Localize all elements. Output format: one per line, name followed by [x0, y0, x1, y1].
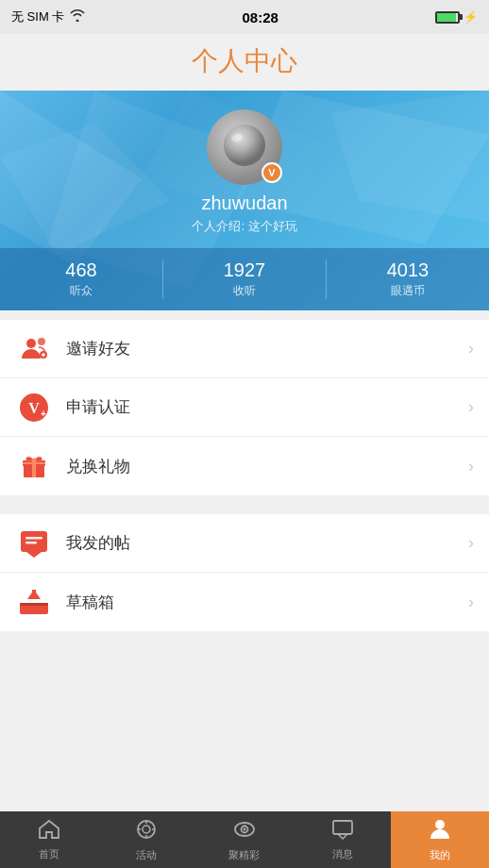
menu-label-verify: 申请认证 [66, 396, 468, 418]
highlights-tab-icon [233, 818, 256, 846]
tab-label-home: 首页 [39, 847, 59, 861]
svg-point-8 [26, 339, 36, 348]
menu-label-gift: 兑换礼物 [66, 456, 468, 477]
status-right: ⚡ [435, 10, 478, 24]
activities-tab-icon [135, 818, 158, 846]
bio: 个人介绍: 这个好玩 [192, 218, 296, 235]
chevron-gift: › [468, 457, 474, 476]
stat-coins: 4013 眼遇币 [326, 259, 489, 299]
tab-item-highlights[interactable]: 聚精彩 [195, 811, 294, 868]
menu-item-gift[interactable]: 兑换礼物 › [0, 437, 489, 495]
menu-item-drafts[interactable]: 草稿箱 › [0, 573, 489, 631]
menu-gap [0, 495, 489, 505]
tab-item-mine[interactable]: 我的 [391, 811, 489, 868]
vip-badge: V [261, 162, 282, 183]
tab-item-activities[interactable]: 活动 [98, 811, 196, 868]
svg-marker-22 [26, 552, 42, 558]
tab-bar: 首页 活动 聚精彩 [0, 811, 489, 868]
page-title: 个人中心 [0, 43, 489, 79]
menu-section-2: 我发的帖 › 草稿箱 › [0, 514, 489, 631]
battery-icon [435, 11, 460, 24]
stat-label-following: 收听 [233, 283, 256, 299]
stat-number-listeners: 468 [65, 259, 96, 281]
svg-text:V: V [28, 400, 40, 416]
messages-tab-icon [331, 819, 354, 845]
home-tab-icon [38, 819, 60, 845]
svg-point-9 [38, 338, 45, 345]
tab-item-home[interactable]: 首页 [0, 811, 98, 868]
svg-point-30 [143, 826, 150, 833]
tab-label-messages: 消息 [332, 847, 353, 861]
menu-item-invite[interactable]: 邀请好友 › [0, 320, 489, 378]
menu-section-1: 邀请好友 › V + 申请认证 › 兑 [0, 320, 489, 495]
tab-label-highlights: 聚精彩 [228, 848, 260, 862]
svg-rect-38 [333, 821, 352, 834]
stat-label-coins: 眼遇币 [391, 283, 425, 299]
status-bar: 无 SIM 卡 08:28 ⚡ [0, 0, 489, 34]
stat-number-coins: 4013 [387, 259, 430, 281]
stat-following: 1927 收听 [162, 259, 326, 299]
svg-point-40 [435, 820, 445, 829]
svg-rect-28 [20, 603, 48, 606]
clock: 08:28 [242, 9, 278, 25]
svg-marker-39 [338, 834, 347, 839]
avatar-wrap: V [207, 109, 282, 185]
chevron-invite: › [468, 339, 474, 359]
menu-item-verify[interactable]: V + 申请认证 › [0, 378, 489, 437]
gift-icon [15, 447, 53, 485]
svg-rect-23 [25, 537, 42, 540]
status-left: 无 SIM 卡 [11, 8, 85, 25]
svg-point-37 [243, 827, 245, 830]
verify-icon: V + [15, 389, 53, 426]
menu-item-posts[interactable]: 我发的帖 › [0, 514, 489, 573]
stats-row: 468 听众 1927 收听 4013 眼遇币 [0, 248, 489, 310]
battery-fill [437, 13, 456, 22]
tab-label-activities: 活动 [136, 848, 157, 862]
lightning-icon: ⚡ [464, 10, 478, 24]
mine-tab-icon [430, 818, 450, 846]
svg-point-20 [32, 459, 37, 463]
invite-icon [15, 330, 53, 368]
menu-label-drafts: 草稿箱 [66, 592, 468, 613]
profile-banner: V zhuwudan 个人介绍: 这个好玩 468 听众 1927 收听 401… [0, 91, 489, 310]
chevron-posts: › [468, 533, 474, 553]
tab-item-messages[interactable]: 消息 [294, 811, 392, 868]
wifi-icon [70, 9, 85, 25]
chevron-drafts: › [468, 593, 474, 612]
profile-top: V zhuwudan 个人介绍: 这个好玩 [0, 109, 489, 248]
menu-label-invite: 邀请好友 [66, 338, 468, 359]
svg-rect-27 [32, 590, 36, 599]
svg-point-6 [224, 125, 265, 166]
header: 个人中心 [0, 34, 489, 91]
username: zhuwudan [201, 192, 287, 214]
stat-label-listeners: 听众 [70, 283, 93, 299]
stat-listeners: 468 听众 [0, 259, 162, 299]
svg-text:+: + [41, 409, 46, 419]
drafts-icon [15, 583, 53, 621]
menu-label-posts: 我发的帖 [66, 532, 468, 554]
svg-rect-24 [25, 542, 37, 544]
tab-label-mine: 我的 [430, 848, 450, 862]
sim-label: 无 SIM 卡 [11, 8, 64, 25]
stat-number-following: 1927 [224, 259, 266, 281]
chevron-verify: › [468, 397, 474, 417]
posts-icon [15, 525, 53, 562]
